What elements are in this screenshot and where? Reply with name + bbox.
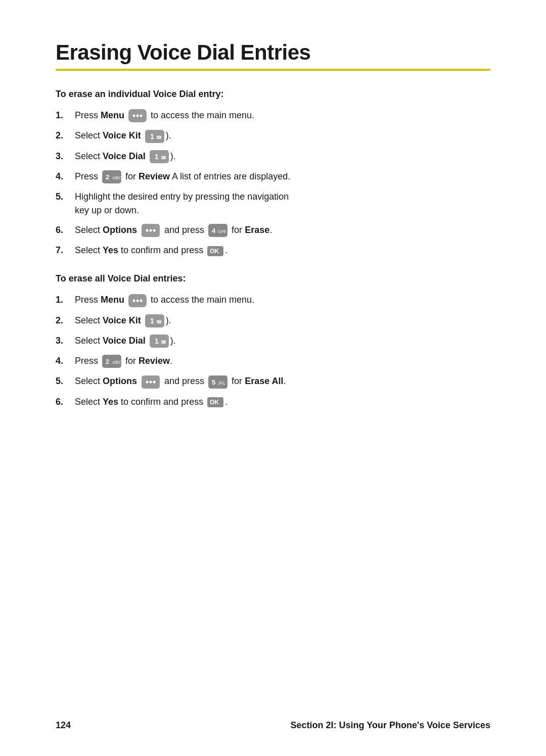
section2: To erase all Voice Dial entries: 1. Pres… xyxy=(56,273,490,408)
options2-icon xyxy=(141,375,161,389)
step-content: Select Voice Dial 1 ☎ ). xyxy=(75,334,490,348)
list-item: 5. Highlight the desired entry by pressi… xyxy=(56,190,490,217)
step-content: Select Voice Dial 1 ☎ ). xyxy=(75,150,490,164)
step-content: Select Voice Kit 1 ☎ ). xyxy=(75,314,490,328)
svg-point-1 xyxy=(133,115,135,117)
svg-text:1: 1 xyxy=(150,132,154,140)
ok2-icon: OK xyxy=(207,397,224,408)
list-item: 2. Select Voice Kit 1 ☎ ). xyxy=(56,314,490,328)
step-number: 7. xyxy=(56,244,75,257)
step-content: Select Options and press 4 xyxy=(75,223,490,238)
svg-text:GHI: GHI xyxy=(218,229,226,234)
list-item: 1. Press Menu to access the main menu. xyxy=(56,293,490,307)
list-item: 2. Select Voice Kit 1 ☎ ). xyxy=(56,129,490,143)
ok-icon: OK xyxy=(207,246,224,257)
key1b-icon: 1 ☎ xyxy=(149,150,169,164)
list-item: 6. Select Yes to confirm and press OK . xyxy=(56,395,490,409)
menu-icon xyxy=(128,294,147,308)
step-number: 3. xyxy=(56,334,75,348)
list-item: 5. Select Options and press xyxy=(56,374,490,389)
step-number: 6. xyxy=(56,395,75,409)
step-content: Select Options and press 5 xyxy=(75,374,490,389)
svg-point-14 xyxy=(150,229,152,232)
step-number: 4. xyxy=(56,354,75,368)
svg-text:ABC: ABC xyxy=(112,360,122,365)
section2-list: 1. Press Menu to access the main menu. xyxy=(56,293,490,408)
svg-point-34 xyxy=(146,381,149,383)
step-number: 1. xyxy=(56,293,75,307)
step-number: 5. xyxy=(56,190,75,204)
svg-point-13 xyxy=(146,229,149,232)
menu-icon xyxy=(128,109,147,123)
step-number: 3. xyxy=(56,150,75,163)
list-item: 4. Press 2 ABC for Review. xyxy=(56,354,490,368)
key4-icon: 4 GHI xyxy=(208,223,228,238)
list-item: 3. Select Voice Dial 1 ☎ ). xyxy=(56,150,490,164)
svg-text:2: 2 xyxy=(106,358,109,365)
list-item: 3. Select Voice Dial 1 ☎ ). xyxy=(56,334,490,348)
svg-point-23 xyxy=(136,299,139,302)
key2-icon: 2 ABC xyxy=(102,170,122,184)
svg-text:☎: ☎ xyxy=(161,155,166,160)
svg-text:☎: ☎ xyxy=(156,135,162,140)
title-underline xyxy=(56,69,490,71)
section1-header: To erase an individual Voice Dial entry: xyxy=(56,89,490,100)
page-number: 124 xyxy=(56,720,71,731)
step-content: Press Menu to access the main menu. xyxy=(75,293,490,307)
svg-text:4: 4 xyxy=(212,227,216,234)
step-content: Highlight the desired entry by pressing … xyxy=(75,190,490,217)
svg-text:☎: ☎ xyxy=(156,319,162,324)
page-footer: 124 Section 2I: Using Your Phone's Voice… xyxy=(56,720,490,731)
list-item: 4. Press 2 ABC for Review A list of entr… xyxy=(56,170,490,184)
step-content: Select Yes to confirm and press OK . xyxy=(75,395,490,409)
svg-point-3 xyxy=(140,115,143,117)
step-number: 5. xyxy=(56,374,75,388)
step-number: 6. xyxy=(56,223,75,237)
section1: To erase an individual Voice Dial entry:… xyxy=(56,89,490,257)
list-item: 7. Select Yes to confirm and press OK . xyxy=(56,244,490,257)
svg-point-22 xyxy=(133,299,135,302)
page: Erasing Voice Dial Entries To erase an i… xyxy=(0,0,546,756)
svg-text:OK: OK xyxy=(210,248,219,255)
svg-text:ABC: ABC xyxy=(112,175,122,180)
svg-point-2 xyxy=(136,115,139,117)
svg-text:1: 1 xyxy=(155,153,159,161)
options-icon xyxy=(141,223,161,238)
section2-header: To erase all Voice Dial entries: xyxy=(56,273,490,284)
svg-point-35 xyxy=(150,381,152,383)
svg-text:☎: ☎ xyxy=(161,340,166,345)
key1c-icon: 1 ☎ xyxy=(145,314,165,328)
svg-text:5: 5 xyxy=(212,379,215,386)
svg-text:OK: OK xyxy=(210,399,219,406)
svg-text:JKL: JKL xyxy=(218,381,226,386)
step-content: Select Voice Kit 1 ☎ ). xyxy=(75,129,490,143)
step-content: Press Menu to access the main menu. xyxy=(75,109,490,123)
svg-point-36 xyxy=(153,381,156,383)
svg-text:1: 1 xyxy=(155,337,159,345)
step-number: 4. xyxy=(56,170,75,183)
page-title: Erasing Voice Dial Entries xyxy=(56,40,490,65)
key1-icon: 1 ☎ xyxy=(145,129,165,144)
step-content: Press 2 ABC for Review. xyxy=(75,354,490,368)
svg-point-24 xyxy=(140,299,143,302)
step-content: Select Yes to confirm and press OK . xyxy=(75,244,490,257)
section-label: Section 2I: Using Your Phone's Voice Ser… xyxy=(291,720,490,731)
svg-text:2: 2 xyxy=(106,173,109,181)
key5-icon: 5 JKL xyxy=(208,375,228,389)
svg-point-15 xyxy=(153,229,156,232)
list-item: 1. Press Menu to access the main menu. xyxy=(56,109,490,123)
step-content: Press 2 ABC for Review A list of entries… xyxy=(75,170,490,184)
step-number: 1. xyxy=(56,109,75,122)
section1-list: 1. Press Menu to access the main menu. xyxy=(56,109,490,257)
key1d-icon: 1 ☎ xyxy=(149,334,169,348)
svg-text:1: 1 xyxy=(150,317,154,325)
list-item: 6. Select Options and press xyxy=(56,223,490,238)
step-number: 2. xyxy=(56,129,75,143)
key2b-icon: 2 ABC xyxy=(102,354,122,368)
step-number: 2. xyxy=(56,314,75,327)
